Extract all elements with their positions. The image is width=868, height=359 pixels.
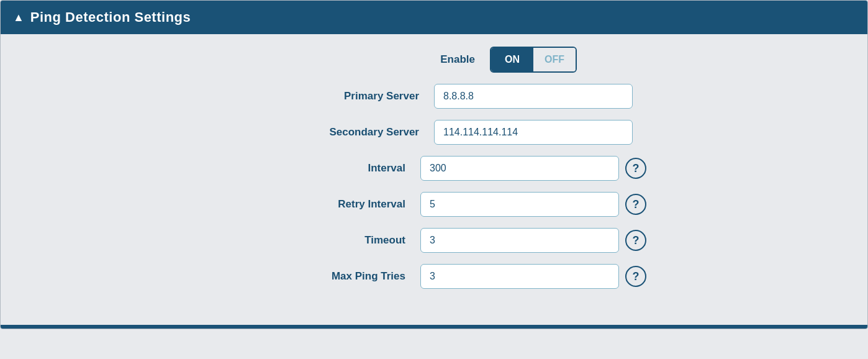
toggle-off-button[interactable]: OFF	[533, 48, 576, 71]
ping-detection-panel: ▲ Ping Detection Settings Enable ON OFF …	[0, 0, 868, 329]
retry-interval-input[interactable]	[420, 192, 619, 217]
primary-server-row: Primary Server	[25, 84, 843, 109]
max-ping-tries-control: ?	[420, 264, 646, 289]
panel-body: Enable ON OFF Primary Server Secondary S…	[1, 34, 867, 319]
interval-control: ?	[420, 156, 646, 181]
interval-help-icon[interactable]: ?	[625, 158, 646, 179]
panel-title: Ping Detection Settings	[30, 9, 191, 25]
collapse-icon[interactable]: ▲	[13, 11, 24, 24]
enable-row: Enable ON OFF	[25, 47, 843, 73]
enable-toggle[interactable]: ON OFF	[490, 47, 577, 73]
timeout-help-icon[interactable]: ?	[625, 230, 646, 251]
max-ping-tries-row: Max Ping Tries ?	[25, 264, 843, 289]
retry-interval-row: Retry Interval ?	[25, 192, 843, 217]
primary-server-control	[434, 84, 633, 109]
interval-input[interactable]	[420, 156, 619, 181]
panel-header: ▲ Ping Detection Settings	[1, 1, 867, 34]
timeout-label: Timeout	[222, 234, 420, 247]
toggle-on-button[interactable]: ON	[491, 48, 533, 71]
secondary-server-row: Secondary Server	[25, 120, 843, 145]
secondary-server-input[interactable]	[434, 120, 633, 145]
timeout-row: Timeout ?	[25, 228, 843, 253]
retry-interval-help-icon[interactable]: ?	[625, 194, 646, 215]
interval-label: Interval	[222, 162, 420, 175]
bottom-border	[1, 325, 867, 329]
timeout-input[interactable]	[420, 228, 619, 253]
secondary-server-label: Secondary Server	[235, 126, 434, 139]
retry-interval-label: Retry Interval	[222, 198, 420, 211]
max-ping-tries-label: Max Ping Tries	[222, 270, 420, 283]
max-ping-tries-input[interactable]	[420, 264, 619, 289]
timeout-control: ?	[420, 228, 646, 253]
enable-control: ON OFF	[490, 47, 577, 73]
max-ping-tries-help-icon[interactable]: ?	[625, 266, 646, 287]
enable-label: Enable	[291, 53, 490, 66]
interval-row: Interval ?	[25, 156, 843, 181]
primary-server-label: Primary Server	[235, 90, 434, 102]
retry-interval-control: ?	[420, 192, 646, 217]
secondary-server-control	[434, 120, 633, 145]
primary-server-input[interactable]	[434, 84, 633, 109]
